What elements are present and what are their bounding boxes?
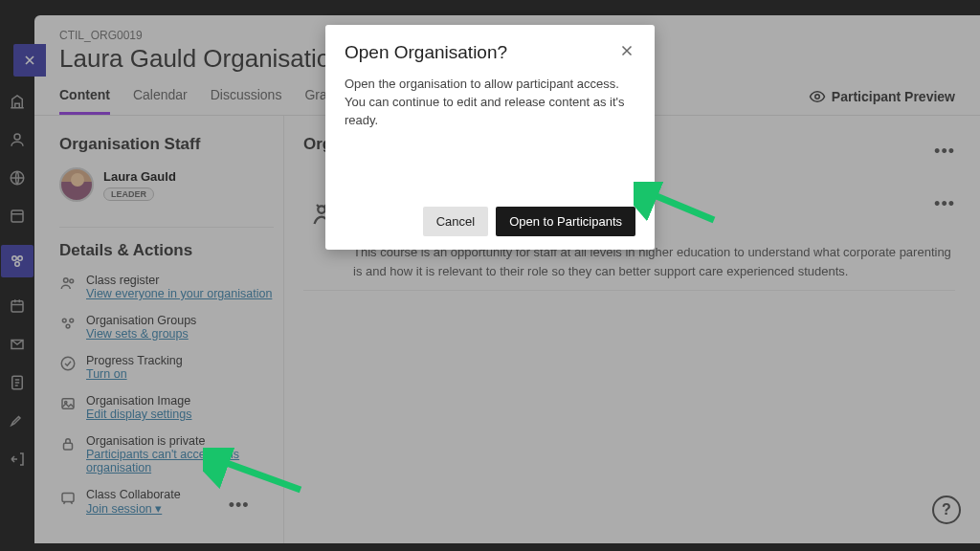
cancel-button[interactable]: Cancel	[423, 207, 488, 236]
dialog-body: Open the organisation to allow participa…	[345, 76, 635, 130]
annotation-arrow-icon	[634, 182, 720, 228]
svg-line-23	[216, 459, 301, 490]
help-button[interactable]: ?	[932, 496, 961, 524]
open-to-participants-button[interactable]: Open to Participants	[496, 207, 635, 236]
annotation-arrow-icon	[203, 448, 308, 497]
dialog-close-button[interactable]	[618, 42, 635, 64]
open-organisation-dialog: Open Organisation? Open the organisation…	[325, 25, 655, 250]
help-glyph: ?	[942, 501, 951, 518]
svg-line-21	[645, 191, 714, 220]
dialog-title: Open Organisation?	[345, 42, 507, 63]
